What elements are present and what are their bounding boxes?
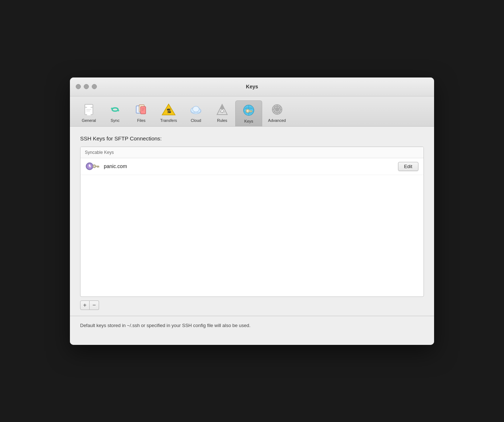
list-controls: + −: [80, 300, 424, 310]
tab-rules[interactable]: Rules: [209, 100, 235, 126]
keys-list-container: Syncable Keys: [80, 147, 424, 297]
sync-label: Sync: [111, 118, 119, 123]
tab-cloud[interactable]: Cloud: [183, 100, 209, 126]
files-icon: [134, 102, 149, 117]
cloud-label: Cloud: [191, 118, 201, 123]
add-key-button[interactable]: +: [80, 300, 90, 310]
tab-transfers[interactable]: ⇅ Transfers: [154, 100, 183, 126]
footer-text: Default keys stored in ~/.ssh or specifi…: [80, 322, 424, 329]
svg-rect-33: [252, 110, 252, 112]
titlebar: Keys: [70, 77, 434, 96]
list-header: Syncable Keys: [80, 147, 424, 158]
svg-rect-46: [97, 166, 98, 168]
files-label: Files: [137, 118, 145, 123]
key-item-icon: [86, 162, 99, 171]
divider: [70, 316, 434, 316]
transfers-icon: ⇅: [161, 102, 176, 117]
svg-point-30: [247, 110, 249, 112]
svg-rect-47: [98, 166, 99, 167]
main-window: Keys General: [70, 77, 434, 345]
svg-point-18: [193, 106, 199, 112]
minimize-button[interactable]: [84, 84, 89, 89]
transfers-label: Transfers: [160, 118, 177, 123]
svg-rect-2: [87, 106, 91, 115]
svg-rect-9: [141, 107, 146, 114]
general-label: General: [82, 118, 96, 123]
key-icon-container: [86, 162, 99, 171]
advanced-label: Advanced: [268, 118, 286, 123]
edit-button[interactable]: Edit: [398, 162, 418, 171]
svg-marker-6: [118, 110, 119, 112]
tab-general[interactable]: General: [76, 100, 102, 126]
tab-keys[interactable]: Keys: [235, 100, 262, 127]
general-icon: [82, 102, 96, 117]
key-domain: panic.com: [104, 163, 398, 169]
tab-sync[interactable]: Sync: [102, 100, 128, 126]
traffic-lights: [76, 84, 97, 89]
svg-point-37: [276, 108, 279, 111]
keys-list-body: panic.com Edit: [80, 158, 424, 296]
remove-key-button[interactable]: −: [90, 300, 99, 310]
tab-advanced[interactable]: Advanced: [262, 100, 292, 126]
advanced-icon: [270, 102, 284, 117]
keys-icon: [241, 103, 256, 118]
tab-files[interactable]: Files: [128, 100, 154, 126]
keys-label: Keys: [244, 119, 253, 123]
svg-point-44: [94, 166, 95, 167]
toolbar: General Sync: [70, 96, 434, 127]
rules-label: Rules: [217, 118, 227, 123]
rules-icon: [215, 102, 229, 117]
window-title: Keys: [246, 84, 258, 89]
key-row[interactable]: panic.com Edit: [80, 158, 424, 175]
svg-marker-23: [220, 109, 224, 112]
content-area: SSH Keys for SFTP Connections: Syncable …: [70, 127, 434, 345]
section-title: SSH Keys for SFTP Connections:: [80, 135, 424, 142]
maximize-button[interactable]: [92, 84, 97, 89]
svg-marker-5: [111, 107, 112, 110]
svg-rect-32: [251, 110, 251, 112]
close-button[interactable]: [76, 84, 81, 89]
sync-icon: [108, 102, 122, 117]
cloud-icon: [189, 102, 203, 117]
svg-text:⇅: ⇅: [166, 108, 172, 114]
